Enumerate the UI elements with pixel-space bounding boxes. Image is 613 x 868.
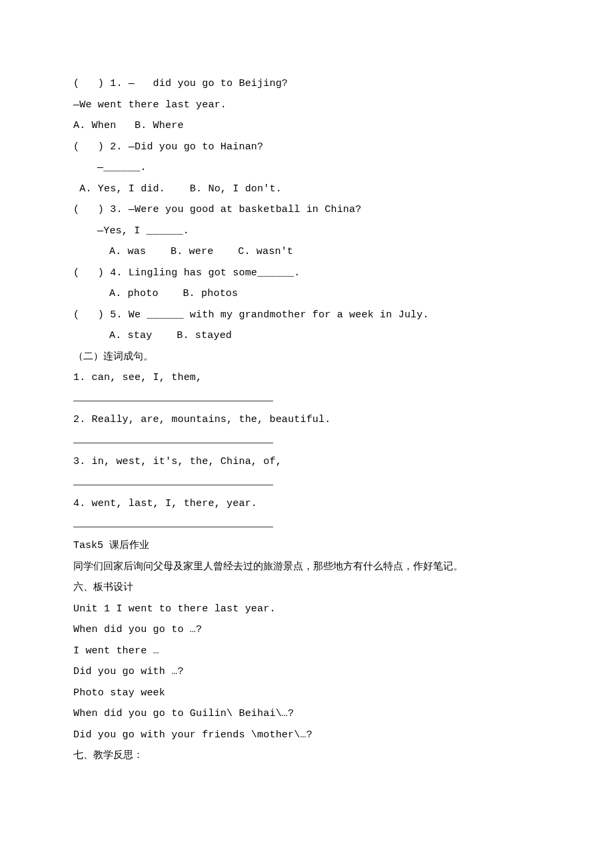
sentence-3: 3. in, west, it's, the, China, of,: [73, 451, 540, 473]
q5-options: A. stay B. stayed: [73, 325, 540, 347]
section7-title: 七、教学反思：: [73, 745, 540, 767]
answer-line-3: [73, 473, 540, 494]
answer-line-2: [73, 431, 540, 452]
answer-line-1: [73, 389, 540, 410]
q5-prompt: ( ) 5. We ______ with my grandmother for…: [73, 305, 540, 326]
board-line-6: When did you go to Guilin\ Beihai\…?: [73, 703, 540, 725]
board-line-3: I went there …: [73, 641, 540, 662]
section2-title: （二）连词成句。: [73, 347, 540, 368]
q1-answer: —We went there last year.: [73, 95, 540, 116]
q3-options: A. was B. were C. wasn't: [73, 241, 540, 263]
task5-heading: Task5 课后作业: [73, 535, 540, 557]
sentence-4: 4. went, last, I, there, year.: [73, 493, 540, 515]
q3-answer: —Yes, I ______.: [73, 221, 540, 242]
q3-prompt: ( ) 3. —Were you good at basketball in C…: [73, 199, 540, 221]
board-line-1: Unit 1 I went to there last year.: [73, 599, 540, 620]
q4-prompt: ( ) 4. Lingling has got some______.: [73, 263, 540, 284]
sentence-2: 2. Really, are, mountains, the, beautifu…: [73, 409, 540, 431]
answer-line-4: [73, 515, 540, 536]
section6-title: 六、板书设计: [73, 577, 540, 599]
sentence-1: 1. can, see, I, them,: [73, 367, 540, 389]
board-line-7: Did you go with your friends \mother\…?: [73, 725, 540, 746]
board-line-2: When did you go to …?: [73, 619, 540, 641]
q4-options: A. photo B. photos: [73, 283, 540, 305]
q2-options: A. Yes, I did. B. No, I don't.: [73, 179, 540, 200]
q2-prompt: ( ) 2. —Did you go to Hainan?: [73, 137, 540, 158]
q1-options: A. When B. Where: [73, 115, 540, 137]
board-line-5: Photo stay week: [73, 683, 540, 704]
board-line-4: Did you go with …?: [73, 661, 540, 683]
q2-answer: —______.: [73, 157, 540, 179]
task5-body: 同学们回家后询问父母及家里人曾经去过的旅游景点，那些地方有什么特点，作好笔记。: [73, 557, 540, 578]
q1-prompt: ( ) 1. — did you go to Beijing?: [73, 73, 540, 95]
